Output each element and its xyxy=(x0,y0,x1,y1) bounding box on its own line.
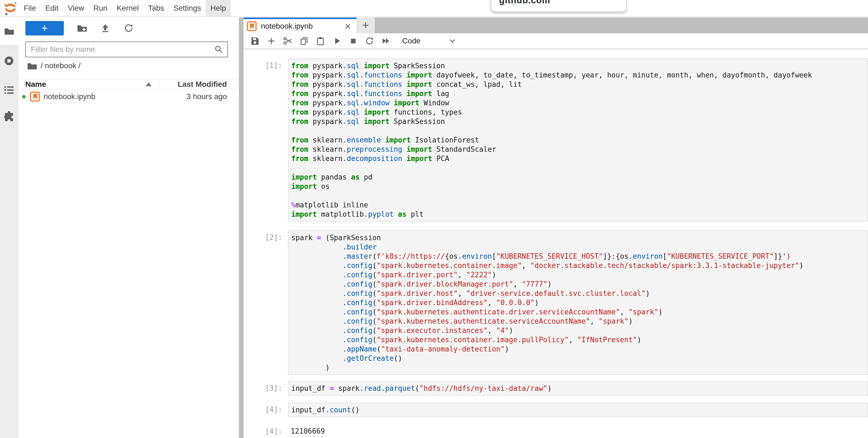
code-cell: [2]:spark = (SparkSession .builder .mast… xyxy=(244,230,868,375)
code-cell: [1]:from pyspark.sql import SparkSession… xyxy=(244,58,868,222)
cell-prompt: [2]: xyxy=(244,230,288,241)
cell-prompt: [1]: xyxy=(244,58,288,69)
file-list-header: Name Last Modified xyxy=(18,79,239,89)
new-launcher-button[interactable]: + xyxy=(25,21,64,35)
running-kernels-icon[interactable] xyxy=(4,56,14,66)
cell-editor[interactable]: spark = (SparkSession .builder .master(f… xyxy=(288,230,868,375)
menu-file[interactable]: File xyxy=(19,0,41,17)
menu-view[interactable]: View xyxy=(63,0,89,17)
file-browser-panel: + xyxy=(18,18,239,438)
tab-notebook[interactable]: notebook.ipynb × xyxy=(244,18,356,33)
file-browser-toolbar: + xyxy=(18,18,239,39)
file-modified: 3 hours ago xyxy=(95,92,239,101)
new-folder-icon[interactable] xyxy=(76,23,87,34)
close-tab-icon[interactable]: × xyxy=(343,21,352,31)
breadcrumb-path: / notebook / xyxy=(41,61,81,70)
tab-title: notebook.ipynb xyxy=(261,22,343,31)
code-cell: [4]:input_df.count() xyxy=(244,403,868,417)
kernel-running-dot-icon xyxy=(22,95,26,98)
notebook-toolbar: + xyxy=(244,33,868,49)
notebook-scroll-area[interactable]: [1]:from pyspark.sql import SparkSession… xyxy=(244,49,868,438)
output-area: [4]:12106669 xyxy=(244,425,868,436)
output-prompt: [4]: xyxy=(244,425,288,436)
menu-settings[interactable]: Settings xyxy=(169,0,206,17)
sort-ascending-icon xyxy=(146,82,152,86)
search-icon xyxy=(214,45,223,54)
menu-edit[interactable]: Edit xyxy=(41,0,63,17)
cell-prompt: [3]: xyxy=(244,381,288,392)
popup-text: github.com xyxy=(499,0,626,5)
tab-bar: notebook.ipynb × + xyxy=(244,18,868,33)
cell-editor[interactable]: from pyspark.sql import SparkSessionfrom… xyxy=(288,58,868,222)
menu-bar: File Edit View Run Kernel Tabs Settings … xyxy=(0,0,868,17)
app-shell: + xyxy=(0,18,868,438)
upload-icon[interactable] xyxy=(100,23,111,34)
cell-list: [1]:from pyspark.sql import SparkSession… xyxy=(244,58,868,436)
new-tab-button[interactable]: + xyxy=(356,18,375,33)
notebook-tab-icon xyxy=(247,21,257,31)
column-header-name[interactable]: Name xyxy=(18,80,159,89)
github-tooltip-popup: github.com xyxy=(491,0,626,12)
chevron-down-icon xyxy=(448,37,457,45)
menu-tabs[interactable]: Tabs xyxy=(144,0,169,17)
menu-run[interactable]: Run xyxy=(89,0,112,17)
code-cell: [3]:input_df = spark.read.parquet("hdfs:… xyxy=(244,381,868,396)
output-text: 12106669 xyxy=(288,425,868,436)
copy-cells-button[interactable] xyxy=(296,35,312,47)
menu-help[interactable]: Help xyxy=(206,0,231,17)
interrupt-kernel-button[interactable] xyxy=(345,35,361,47)
breadcrumb[interactable]: / notebook / xyxy=(18,57,239,74)
restart-kernel-button[interactable] xyxy=(361,35,378,47)
menu-kernel[interactable]: Kernel xyxy=(112,0,144,17)
refresh-icon[interactable] xyxy=(123,23,134,34)
file-name: notebook.ipynb xyxy=(43,92,95,101)
restart-run-all-button[interactable] xyxy=(378,35,394,47)
cut-cells-button[interactable] xyxy=(280,35,296,47)
main-dock-panel: notebook.ipynb × + + xyxy=(244,18,868,438)
panel-splitter[interactable] xyxy=(239,18,244,438)
notebook-file-icon xyxy=(30,92,40,101)
table-of-contents-icon[interactable] xyxy=(4,85,14,95)
cell-editor[interactable]: input_df.count() xyxy=(288,403,868,417)
home-folder-icon xyxy=(27,62,37,70)
cell-editor[interactable]: input_df = spark.read.parquet("hdfs://hd… xyxy=(288,381,868,396)
extension-manager-icon[interactable] xyxy=(4,111,14,121)
paste-cells-button[interactable] xyxy=(312,35,329,47)
column-header-last-modified[interactable]: Last Modified xyxy=(159,80,239,89)
jupyter-logo-icon xyxy=(4,1,17,16)
file-row-notebook[interactable]: notebook.ipynb 3 hours ago xyxy=(18,89,239,104)
file-browser-folder-icon[interactable] xyxy=(4,26,14,36)
activity-sidebar xyxy=(0,18,18,438)
save-button[interactable] xyxy=(247,35,263,47)
run-cell-button[interactable] xyxy=(329,35,345,47)
cell-type-value: Code xyxy=(402,36,421,45)
cell-prompt: [4]: xyxy=(244,403,288,414)
cell-type-dropdown[interactable]: Code xyxy=(402,35,457,47)
filter-box xyxy=(25,41,228,57)
add-cell-button[interactable]: + xyxy=(263,35,280,47)
filter-files-input[interactable] xyxy=(25,41,228,57)
